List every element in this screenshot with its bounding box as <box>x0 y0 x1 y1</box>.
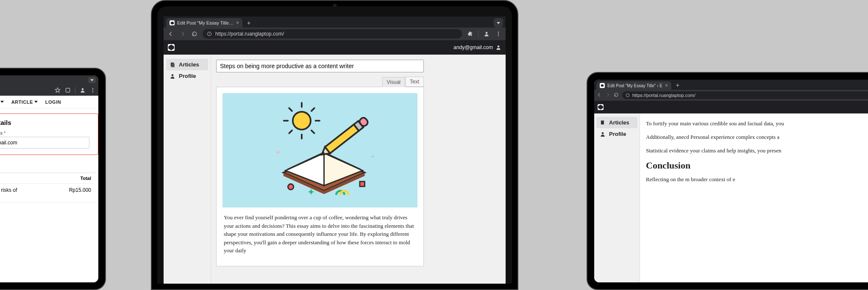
nav-reload-button[interactable] <box>191 30 198 38</box>
tr-url-bar[interactable]: https://portal.ruanglaptop.com/ <box>622 91 868 99</box>
tl-tabs-dropdown[interactable] <box>88 77 96 83</box>
tr-browser-tab[interactable]: Edit Post "My Essay Title" ‹ E × <box>596 81 671 90</box>
app-logo[interactable] <box>168 44 175 51</box>
current-user-email[interactable]: andy@gmail.com <box>453 44 493 50</box>
browser-tabbar: Edit Post "My Essay Title" ‹ E × + <box>164 17 506 28</box>
sidebar-item-profile[interactable]: Profile <box>166 70 208 82</box>
site-info-icon[interactable] <box>207 31 212 36</box>
tr-tab-favicon <box>600 83 605 88</box>
profile-avatar-button[interactable] <box>483 30 490 38</box>
sidebar: Articles Profile <box>164 55 211 284</box>
tr-reload-button[interactable] <box>614 91 619 99</box>
tl-order-table-head: Total <box>0 173 95 183</box>
articles-icon <box>170 62 175 68</box>
tl-extensions-icon[interactable] <box>65 87 71 93</box>
tl-nav-login[interactable]: LOGIN <box>45 99 61 105</box>
new-tab-button[interactable]: + <box>244 18 253 28</box>
tabs-dropdown-button[interactable] <box>494 18 503 28</box>
editor-body[interactable]: ✦ + ✦ You ever find yourself pondering o… <box>216 87 424 266</box>
svg-point-41 <box>92 90 93 91</box>
svg-text:✦: ✦ <box>308 188 314 196</box>
extensions-button[interactable] <box>466 30 474 38</box>
tl-separator <box>75 87 75 94</box>
editor-mode-switch: Visual Text <box>216 77 424 87</box>
svg-point-4 <box>486 32 488 34</box>
svg-point-12 <box>172 74 174 76</box>
svg-point-5 <box>498 32 499 33</box>
svg-point-39 <box>82 88 84 90</box>
tr-sidebar-item-articles[interactable]: Articles <box>596 117 637 128</box>
svg-text:✦: ✦ <box>275 149 281 156</box>
tl-nav-article[interactable]: ARTICLE <box>11 99 38 105</box>
svg-rect-34 <box>360 182 365 187</box>
tr-forward-button[interactable] <box>605 91 610 99</box>
svg-point-42 <box>92 91 93 92</box>
tl-toolbar <box>0 85 98 96</box>
svg-point-14 <box>293 112 311 130</box>
tab-close-icon[interactable]: × <box>236 20 239 25</box>
svg-marker-43 <box>601 84 604 87</box>
tr-heading-conclusion: Conclusion <box>646 160 868 171</box>
tl-billing-card: details dress * <box>0 113 98 155</box>
page-root: andy@gmail.com Articles Profile <box>164 40 506 284</box>
tr-content: Articles Profile To fortify your main va… <box>594 113 868 282</box>
user-icon[interactable] <box>495 44 501 50</box>
svg-point-33 <box>288 184 293 190</box>
tr-paragraph: To fortify your main various credible so… <box>646 119 868 128</box>
sidebar-item-articles[interactable]: Articles <box>166 59 208 70</box>
tl-menu-icon[interactable] <box>90 87 96 93</box>
app-content: Articles Profile Visual Text <box>164 55 506 284</box>
tr-back-button[interactable] <box>597 91 602 99</box>
tr-editor-main[interactable]: To fortify your main various credible so… <box>640 113 868 282</box>
svg-point-47 <box>602 132 604 134</box>
tl-product-name: and risks of n <box>0 187 61 199</box>
tr-paragraph: Statistical evidence your claims and hel… <box>646 146 868 155</box>
nav-forward-button[interactable] <box>179 30 186 38</box>
toolbar-separator <box>478 30 479 38</box>
tr-tab-close-icon[interactable]: × <box>665 83 668 88</box>
editor-tab-visual[interactable]: Visual <box>382 77 405 87</box>
tl-nav-project[interactable]: CT <box>0 99 4 105</box>
svg-point-6 <box>498 33 499 34</box>
tr-paragraph: Additionally, anecd Personal experience … <box>646 133 868 141</box>
svg-marker-8 <box>168 44 174 50</box>
url-bar[interactable]: https://portal.ruanglaptop.com/ <box>203 29 462 39</box>
tl-product-price: Rp15.000 <box>61 187 95 199</box>
tr-toolbar: https://portal.ruanglaptop.com/ <box>594 90 868 101</box>
svg-point-40 <box>92 88 93 89</box>
tl-page: CT ARTICLE LOGIN details dress * r Total <box>0 96 98 282</box>
post-body[interactable]: You ever find yourself pondering over a … <box>223 207 417 260</box>
tl-profile-icon[interactable] <box>80 87 86 93</box>
browser-menu-button[interactable] <box>495 30 502 38</box>
post-paragraph: You ever find yourself pondering over a … <box>224 213 416 255</box>
tr-sidebar: Articles Profile <box>594 113 640 282</box>
nav-back-button[interactable] <box>167 30 175 38</box>
browser-tab[interactable]: Edit Post "My Essay Title" ‹ E × <box>166 18 242 28</box>
tab-title: Edit Post "My Essay Title" ‹ E <box>177 20 234 25</box>
svg-point-3 <box>209 34 209 35</box>
tl-email-input[interactable] <box>0 137 89 149</box>
tl-tabstrip <box>0 75 98 85</box>
tl-bookmark-icon[interactable] <box>55 87 61 93</box>
editor-tab-text[interactable]: Text <box>405 77 424 87</box>
tr-tabbar: Edit Post "My Essay Title" ‹ E × + <box>594 80 868 90</box>
tr-url-text: https://portal.ruanglaptop.com/ <box>632 93 696 98</box>
editor-main: Visual Text <box>211 55 506 284</box>
tr-sidebar-item-profile[interactable]: Profile <box>596 128 637 140</box>
tr-new-tab-button[interactable]: + <box>673 80 682 90</box>
tr-app-logo[interactable] <box>598 104 604 110</box>
svg-text:+: + <box>371 152 375 160</box>
tr-site-info-icon[interactable] <box>626 93 630 97</box>
tl-site-nav: CT ARTICLE LOGIN <box>0 96 98 108</box>
url-text: https://portal.ruanglaptop.com/ <box>215 31 284 37</box>
post-title-input[interactable] <box>216 60 424 72</box>
tr-tab-title: Edit Post "My Essay Title" ‹ E <box>607 83 662 88</box>
browser-toolbar: https://portal.ruanglaptop.com/ <box>164 28 506 40</box>
svg-point-9 <box>498 45 500 47</box>
laptop-bezel: Edit Post "My Essay Title" ‹ E × + https… <box>157 6 512 284</box>
svg-point-44 <box>626 94 629 97</box>
svg-rect-46 <box>601 120 604 124</box>
profile-icon <box>170 73 175 79</box>
tablet-left-screen: CT ARTICLE LOGIN details dress * r Total <box>0 75 98 282</box>
tl-body: details dress * r Total and risks of n R… <box>0 108 98 203</box>
